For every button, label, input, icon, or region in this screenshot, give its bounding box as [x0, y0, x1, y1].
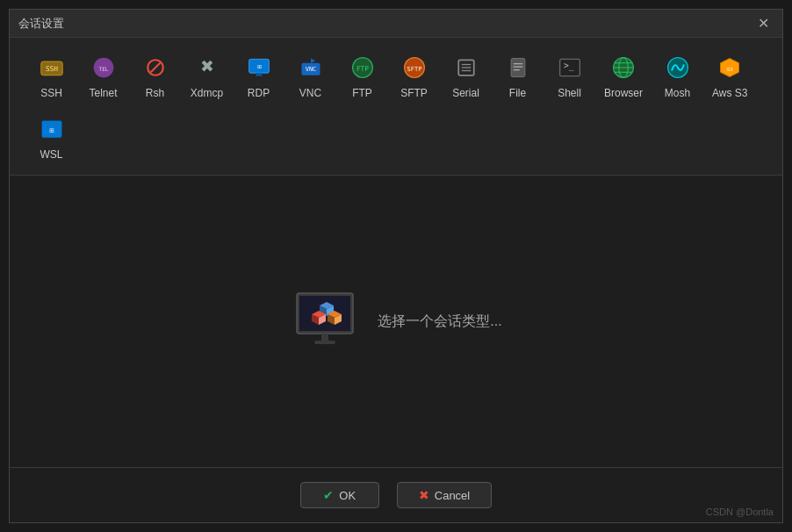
svg-text:✖: ✖ [200, 57, 214, 75]
session-type-shell[interactable]: >_Shell [545, 47, 594, 104]
shell-icon: >_ [554, 52, 586, 83]
ssh-label: SSH [40, 87, 62, 99]
aws_s3-icon: S3 [714, 52, 745, 83]
session-type-file[interactable]: File [493, 47, 542, 104]
placeholder-container: 选择一个会话类型... [290, 286, 501, 356]
ok-button[interactable]: ✔ OK [300, 482, 379, 508]
session-type-serial[interactable]: Serial [442, 47, 490, 104]
file-icon [502, 52, 534, 83]
svg-text:>_: >_ [564, 61, 574, 71]
rdp-icon: ⊞ [243, 52, 275, 83]
session-type-ftp[interactable]: FTPFTP [338, 47, 386, 104]
vnc-label: VNC [299, 87, 321, 99]
rsh-label: Rsh [146, 87, 164, 99]
monitor-icon [290, 286, 360, 356]
session-type-xdmcp[interactable]: ✖Xdmcp [183, 47, 231, 104]
rsh-icon [140, 52, 171, 83]
cancel-label: Cancel [435, 489, 470, 502]
wsl-icon: ⊞ [36, 113, 68, 145]
content-area: 选择一个会话类型... [10, 176, 782, 467]
session-type-vnc[interactable]: VNCVNC [286, 47, 335, 104]
dialog-title: 会话设置 [18, 16, 64, 32]
svg-rect-49 [321, 334, 328, 341]
session-type-ssh[interactable]: SSHSSH [27, 47, 76, 104]
session-type-aws_s3[interactable]: S3Aws S3 [705, 47, 754, 104]
svg-text:FTP: FTP [356, 65, 368, 73]
svg-text:SSH: SSH [45, 65, 57, 73]
mosh-label: Mosh [665, 87, 690, 99]
ftp-label: FTP [352, 87, 372, 99]
cancel-button[interactable]: ✖ Cancel [397, 482, 492, 508]
ftp-icon: FTP [347, 52, 378, 83]
svg-rect-22 [511, 59, 525, 77]
button-bar: ✔ OK ✖ Cancel [10, 467, 782, 522]
mosh-icon [662, 52, 694, 83]
ok-check-icon: ✔ [323, 488, 334, 502]
session-settings-dialog: 会话设置 ✕ SSHSSHTELTelnetRsh✖Xdmcp⊞RDPVNCVN… [9, 9, 783, 523]
wsl-label: WSL [40, 148, 62, 161]
session-type-mosh[interactable]: Mosh [653, 47, 702, 104]
ok-label: OK [339, 489, 356, 502]
svg-line-5 [150, 63, 160, 73]
svg-text:⊞: ⊞ [49, 127, 54, 133]
sftp-label: SFTP [400, 87, 428, 99]
aws_s3-label: Aws S3 [712, 87, 747, 99]
xdmcp-icon: ✖ [191, 52, 223, 83]
close-button[interactable]: ✕ [752, 13, 774, 34]
rdp-label: RDP [248, 87, 270, 99]
telnet-label: Telnet [89, 87, 117, 99]
svg-text:SFTP: SFTP [407, 66, 421, 73]
svg-text:VNC: VNC [305, 66, 316, 73]
session-type-toolbar: SSHSSHTELTelnetRsh✖Xdmcp⊞RDPVNCVNCFTPFTP… [10, 38, 782, 176]
telnet-icon: TEL [88, 52, 119, 83]
svg-rect-9 [256, 73, 262, 76]
session-type-telnet[interactable]: TELTelnet [79, 47, 127, 104]
file-label: File [509, 87, 526, 99]
svg-rect-50 [314, 341, 335, 344]
svg-text:⊞: ⊞ [256, 63, 261, 69]
cancel-cross-icon: ✖ [419, 488, 429, 502]
svg-text:S3: S3 [727, 66, 734, 72]
xdmcp-label: Xdmcp [191, 87, 223, 99]
serial-icon [450, 52, 482, 83]
watermark: CSDN @Dontla [706, 507, 774, 517]
svg-text:TEL: TEL [98, 66, 108, 72]
session-type-wsl[interactable]: ⊞WSL [27, 108, 76, 166]
session-type-sftp[interactable]: SFTPSFTP [390, 47, 438, 104]
serial-label: Serial [452, 87, 479, 99]
sftp-icon: SFTP [399, 52, 430, 83]
session-type-browser[interactable]: Browser [597, 47, 650, 104]
vnc-icon: VNC [295, 52, 327, 83]
svg-marker-12 [311, 59, 315, 63]
session-type-rsh[interactable]: Rsh [131, 47, 179, 104]
browser-icon [608, 52, 639, 83]
title-bar: 会话设置 ✕ [10, 10, 782, 38]
shell-label: Shell [558, 87, 581, 99]
browser-label: Browser [604, 87, 643, 99]
session-type-rdp[interactable]: ⊞RDP [234, 47, 283, 104]
ssh-icon: SSH [36, 52, 68, 83]
placeholder-text: 选择一个会话类型... [378, 313, 501, 331]
